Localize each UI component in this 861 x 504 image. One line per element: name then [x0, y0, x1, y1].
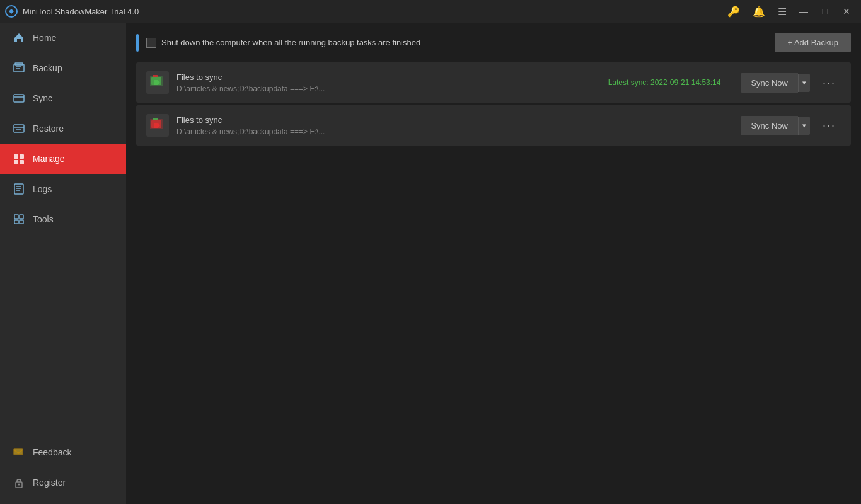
title-bar-left: MiniTool ShadowMaker Trial 4.0	[5, 5, 139, 18]
app-title: MiniTool ShadowMaker Trial 4.0	[23, 7, 139, 16]
sync-more-button-2[interactable]: ···	[818, 117, 841, 135]
add-backup-button[interactable]: + Add Backup	[775, 33, 851, 52]
sidebar-item-manage[interactable]: Manage	[0, 144, 126, 174]
sidebar: Home Backup Sync	[0, 23, 126, 504]
sidebar-item-register[interactable]: Register	[0, 467, 126, 498]
menu-icon[interactable]: ☰	[773, 3, 792, 20]
app-logo-icon	[5, 5, 18, 18]
sync-more-button-1[interactable]: ···	[818, 74, 841, 92]
sync-now-button-1[interactable]: Sync Now	[741, 73, 798, 93]
blue-indicator	[136, 34, 139, 52]
sync-item-status-1: Latest sync: 2022-09-21 14:53:14	[608, 78, 721, 87]
home-icon	[13, 32, 25, 44]
sidebar-label-backup: Backup	[33, 63, 62, 73]
svg-rect-1	[14, 64, 24, 72]
maximize-button[interactable]: □	[816, 2, 835, 21]
sidebar-label-feedback: Feedback	[33, 447, 71, 457]
register-icon	[13, 476, 25, 489]
sync-item-icon-2	[146, 114, 169, 137]
sidebar-label-logs: Logs	[33, 184, 52, 194]
svg-rect-21	[20, 220, 23, 224]
sync-dropdown-button-2[interactable]: ▾	[798, 117, 810, 135]
sidebar-label-manage: Manage	[33, 154, 65, 164]
sidebar-label-sync: Sync	[33, 93, 52, 103]
sync-item: Files to sync D:\articles & news;D:\back…	[136, 62, 851, 103]
sidebar-item-restore[interactable]: Restore	[0, 113, 126, 144]
svg-rect-32	[153, 118, 158, 120]
shutdown-left: Shut down the computer when all the runn…	[136, 34, 420, 52]
sync-dropdown-button-1[interactable]: ▾	[798, 74, 810, 92]
svg-rect-22	[14, 449, 23, 455]
svg-point-24	[18, 484, 20, 486]
pin-icon[interactable]: 🔑	[722, 3, 745, 20]
sidebar-label-register: Register	[33, 478, 66, 488]
svg-rect-11	[20, 154, 24, 159]
svg-rect-13	[20, 160, 24, 164]
svg-rect-14	[14, 184, 23, 194]
backup-icon	[13, 62, 25, 74]
main-layout: Home Backup Sync	[0, 23, 861, 504]
logs-icon	[13, 183, 25, 195]
sync-item-title-1: Files to sync	[176, 72, 601, 82]
sidebar-item-logs[interactable]: Logs	[0, 174, 126, 204]
svg-rect-5	[14, 94, 24, 102]
svg-rect-18	[14, 215, 18, 219]
sidebar-item-tools[interactable]: Tools	[0, 204, 126, 234]
svg-rect-28	[153, 75, 158, 77]
restore-icon	[13, 122, 25, 135]
sync-item-2: Files to sync D:\articles & news;D:\back…	[136, 105, 851, 146]
sidebar-item-sync[interactable]: Sync	[0, 83, 126, 113]
svg-rect-10	[14, 154, 18, 159]
shutdown-checkbox[interactable]	[146, 38, 156, 48]
sidebar-label-tools: Tools	[33, 214, 54, 224]
svg-rect-19	[20, 215, 23, 219]
sync-item-path-2: D:\articles & news;D:\backupdata ===> F:…	[176, 127, 713, 136]
sync-item-info-1: Files to sync D:\articles & news;D:\back…	[176, 72, 601, 93]
minimize-button[interactable]: —	[794, 2, 813, 21]
sidebar-item-home[interactable]: Home	[0, 23, 126, 53]
svg-rect-12	[14, 160, 18, 164]
sync-item-info-2: Files to sync D:\articles & news;D:\back…	[176, 115, 713, 136]
sync-btn-wrapper-1: Sync Now ▾	[741, 73, 810, 93]
close-button[interactable]: ✕	[837, 2, 856, 21]
sync-btn-wrapper-2: Sync Now ▾	[741, 116, 810, 135]
content-area: Shut down the computer when all the runn…	[126, 23, 861, 504]
sync-item-title-2: Files to sync	[176, 115, 713, 125]
title-bar: MiniTool ShadowMaker Trial 4.0 🔑 🔔 ☰ — □…	[0, 0, 861, 23]
feedback-icon	[13, 446, 25, 459]
sidebar-label-restore: Restore	[33, 123, 64, 134]
sidebar-label-home: Home	[33, 33, 56, 43]
svg-rect-20	[14, 220, 18, 224]
tools-icon	[13, 213, 25, 226]
sync-item-icon-1	[146, 71, 169, 94]
sidebar-bottom: Feedback Register	[0, 437, 126, 504]
shutdown-bar: Shut down the computer when all the runn…	[136, 33, 851, 52]
bell-icon[interactable]: 🔔	[748, 3, 770, 20]
sync-now-button-2[interactable]: Sync Now	[741, 116, 798, 135]
title-bar-controls: 🔑 🔔 ☰ — □ ✕	[722, 2, 856, 21]
sidebar-item-backup[interactable]: Backup	[0, 53, 126, 83]
sidebar-item-feedback[interactable]: Feedback	[0, 437, 126, 467]
sync-icon	[13, 92, 25, 105]
sync-item-path-1: D:\articles & news;D:\backupdata ===> F:…	[176, 84, 601, 93]
manage-icon	[13, 152, 25, 165]
shutdown-text: Shut down the computer when all the runn…	[161, 38, 420, 47]
svg-rect-7	[14, 125, 24, 132]
